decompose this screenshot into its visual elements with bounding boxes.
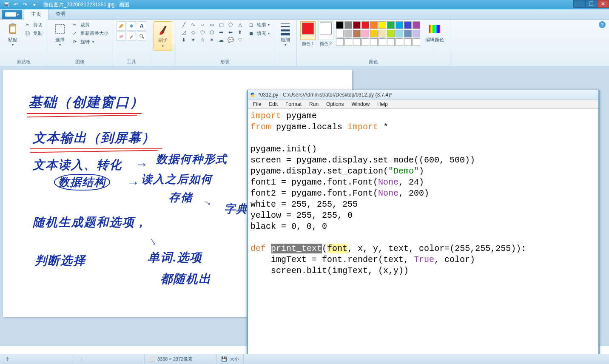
cut-button[interactable]: ✂剪切: [25, 21, 43, 28]
copy-button[interactable]: ⿻复制: [25, 30, 43, 37]
palette-color[interactable]: [396, 21, 403, 29]
shape-rect[interactable]: ▭: [208, 21, 216, 28]
undo-icon[interactable]: ↶: [12, 1, 20, 9]
shape-diamond[interactable]: ◇: [189, 29, 197, 36]
palette-color[interactable]: [404, 21, 412, 29]
idle-menu-help[interactable]: Help: [374, 100, 391, 108]
shape-callout2[interactable]: 💬: [226, 37, 235, 43]
tab-view[interactable]: 查看: [48, 9, 73, 19]
tool-color-picker[interactable]: [127, 31, 136, 41]
minimize-button[interactable]: —: [573, 0, 585, 8]
palette-color[interactable]: [378, 38, 386, 46]
brush-button[interactable]: 刷子 ▾: [154, 21, 172, 51]
shape-hexagon[interactable]: ⬡: [208, 29, 216, 36]
redo-icon[interactable]: ↷: [21, 1, 29, 9]
tab-home[interactable]: 主页: [24, 9, 48, 20]
color-2-button[interactable]: [318, 21, 333, 40]
palette-color[interactable]: [361, 38, 369, 46]
shape-line[interactable]: ╱: [179, 21, 188, 28]
palette-color[interactable]: [387, 30, 395, 37]
qat-dropdown-icon[interactable]: ▾: [31, 1, 38, 9]
maximize-button[interactable]: ❐: [585, 0, 597, 8]
hw-line-3b: 数据结构: [54, 174, 110, 191]
save-icon[interactable]: [3, 1, 10, 9]
palette-color[interactable]: [370, 21, 378, 29]
tool-text[interactable]: A: [137, 21, 146, 31]
palette-color[interactable]: [344, 38, 352, 46]
shape-fill-button[interactable]: ◼填充▾: [248, 30, 270, 37]
shape-curve[interactable]: ∿: [189, 21, 197, 28]
palette-color[interactable]: [353, 30, 361, 37]
shape-polygon[interactable]: ⬠: [226, 21, 235, 28]
help-icon[interactable]: ?: [599, 21, 606, 28]
palette-color[interactable]: [361, 21, 369, 29]
shape-arrow-right[interactable]: ➡: [217, 29, 225, 36]
crop-button[interactable]: ✂裁剪: [72, 21, 109, 28]
shape-arrow-up[interactable]: ⬆: [236, 29, 244, 36]
tool-fill[interactable]: [127, 21, 136, 31]
palette-color[interactable]: [413, 21, 420, 29]
idle-menu-file[interactable]: File: [250, 100, 265, 108]
shapes-gallery[interactable]: ╱ ∿ ○ ▭ ▢ ⬠ △ ◿ ◇ ⬠ ⬡ ➡ ⬅ ⬆ ⬇ ✦ ☆ ✶ ☁ 💬: [179, 21, 244, 43]
palette-color[interactable]: [413, 38, 420, 46]
group-label-tools: 工具: [117, 57, 146, 65]
palette-color[interactable]: [336, 38, 344, 46]
select-button[interactable]: 选择 ▾: [51, 21, 69, 48]
paste-button[interactable]: 粘贴 ▾: [3, 21, 22, 48]
shape-star6[interactable]: ✶: [208, 37, 216, 43]
idle-title-bar[interactable]: *0312.py - C:/Users/Administrator/Deskto…: [248, 90, 598, 100]
palette-color[interactable]: [344, 21, 352, 29]
idle-menu-options[interactable]: Options: [323, 100, 347, 108]
shape-star5[interactable]: ☆: [198, 37, 207, 43]
shape-roundrect[interactable]: ▢: [217, 21, 225, 28]
fill-icon: ◼: [249, 31, 255, 37]
underline-1b: [27, 115, 137, 118]
palette-color[interactable]: [370, 30, 378, 37]
idle-code-area[interactable]: import pygame from pygame.locals import …: [248, 109, 598, 278]
tool-eraser[interactable]: [117, 31, 126, 41]
shape-right-triangle[interactable]: ◿: [179, 29, 188, 36]
palette-color[interactable]: [378, 30, 386, 37]
palette-color[interactable]: [387, 21, 395, 29]
shape-outline-button[interactable]: ◻轮廓▾: [248, 21, 270, 28]
shape-star4[interactable]: ✦: [189, 37, 197, 43]
tool-pencil[interactable]: [117, 21, 126, 31]
tool-magnifier[interactable]: [137, 31, 146, 41]
shape-callout[interactable]: ☁: [217, 37, 225, 43]
palette-color[interactable]: [336, 30, 344, 37]
shape-heart[interactable]: ♡: [236, 37, 244, 43]
arrow-3: →: [201, 195, 216, 210]
idle-menu-window[interactable]: Window: [348, 100, 373, 108]
shape-triangle[interactable]: △: [236, 21, 244, 28]
color-1-button[interactable]: [300, 21, 316, 40]
idle-menu-edit[interactable]: Edit: [265, 100, 281, 108]
palette-color[interactable]: [387, 38, 395, 46]
idle-menu-run[interactable]: Run: [306, 100, 322, 108]
palette-color[interactable]: [378, 21, 386, 29]
palette-color[interactable]: [336, 21, 344, 29]
shape-arrow-left[interactable]: ⬅: [226, 29, 235, 36]
color-2-swatch: [320, 23, 332, 34]
idle-menu-format[interactable]: Format: [282, 100, 305, 108]
thickness-button[interactable]: 粗细 ▾: [278, 21, 293, 47]
palette-color[interactable]: [404, 38, 412, 46]
palette-color[interactable]: [413, 30, 420, 37]
shape-pentagon[interactable]: ⬠: [198, 29, 207, 36]
shape-arrow-down[interactable]: ⬇: [179, 37, 188, 43]
palette-color[interactable]: [396, 30, 403, 37]
chevron-down-icon: ▾: [285, 43, 286, 47]
palette-color[interactable]: [344, 30, 352, 37]
close-button[interactable]: ✕: [597, 0, 609, 8]
palette-color[interactable]: [361, 30, 369, 37]
edit-colors-button[interactable]: 编辑颜色: [423, 21, 447, 44]
palette-color[interactable]: [353, 38, 361, 46]
palette-color[interactable]: [396, 38, 403, 46]
hw-line-1: 基础（创建窗口）: [28, 93, 144, 112]
resize-button[interactable]: ⤢重新调整大小: [72, 30, 109, 37]
shape-oval[interactable]: ○: [198, 21, 207, 28]
palette-color[interactable]: [404, 30, 412, 37]
palette-color[interactable]: [353, 21, 361, 29]
file-menu-button[interactable]: ▾: [2, 10, 22, 19]
palette-color[interactable]: [370, 38, 378, 46]
rotate-button[interactable]: ⟳旋转▾: [72, 38, 109, 46]
